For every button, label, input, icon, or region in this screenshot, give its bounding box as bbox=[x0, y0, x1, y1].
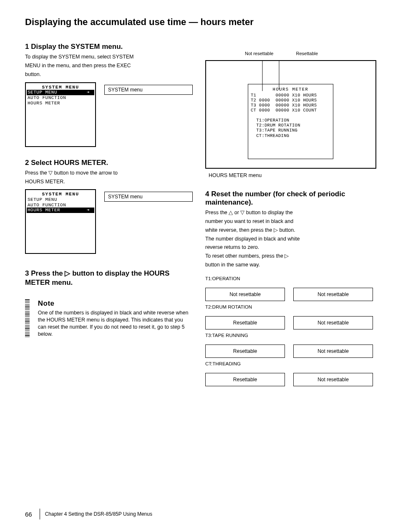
step1-line1: To display the SYSTEM menu, select SYSTE… bbox=[25, 53, 193, 61]
t1-label: T1:OPERATION bbox=[205, 276, 373, 281]
lcd2-row-hours: HOURS METER ➔ bbox=[27, 208, 94, 213]
inner-lcd-body: T1 00000 X10 HOURS T2 0000 00000 X10 HOU… bbox=[251, 93, 330, 138]
footer-divider bbox=[40, 509, 40, 519]
t1-left-box: Not resettable bbox=[205, 288, 285, 301]
left-column: 1 Display the SYSTEM menu. To display th… bbox=[25, 31, 193, 390]
lcd1-row-hours: HOURS METER bbox=[27, 101, 94, 106]
t2-left-box: Resettable bbox=[205, 316, 285, 329]
step4-l4: The number displayed in black and white bbox=[205, 236, 373, 243]
t2-right-box: Not resettable bbox=[293, 316, 373, 329]
hatch-ornament bbox=[25, 299, 30, 337]
callout-system-menu-1: SYSTEM menu bbox=[104, 85, 193, 95]
label-not-resettable: Not resettable bbox=[245, 51, 284, 56]
t3-label: T3:TAPE RUNNING bbox=[205, 333, 373, 338]
step4-l1: Press the △ or ▽ button to display the bbox=[205, 209, 373, 216]
t3-left-box: Resettable bbox=[205, 345, 285, 358]
lcd2-row-setup: SETUP MENU bbox=[27, 197, 94, 203]
note-text: One of the numbers is displayed in black… bbox=[38, 309, 193, 338]
step4-l5: reverse returns to zero. bbox=[205, 244, 373, 251]
lcd1-row-setup: SETUP MENU ➔ bbox=[27, 90, 94, 95]
hours-meter-caption: HOURS METER menu bbox=[209, 172, 373, 179]
note-label: Note bbox=[38, 299, 193, 308]
step3-heading-2: METER menu. bbox=[25, 279, 193, 287]
t3-right-box: Not resettable bbox=[293, 345, 373, 358]
lcd1-title: SYSTEM MENU bbox=[27, 85, 94, 90]
lcd2-title: SYSTEM MENU bbox=[27, 192, 94, 197]
hours-meter-display: HOURS METER T1 00000 X10 HOURS T2 0000 0… bbox=[205, 60, 376, 169]
t1-right-box: Not resettable bbox=[293, 288, 373, 301]
section-title: Displaying the accumulated use time — ho… bbox=[25, 17, 373, 28]
step2-line1: Press the ▽ button to move the arrow to bbox=[25, 170, 193, 177]
step3-heading: 3 Press the ▷ button to display the HOUR… bbox=[25, 269, 193, 278]
step4-l2: number you want to reset in black and bbox=[205, 218, 373, 225]
callout-system-menu-2: SYSTEM menu bbox=[104, 192, 193, 202]
inner-lcd-hours-meter: HOURS METER T1 00000 X10 HOURS T2 0000 0… bbox=[248, 84, 333, 159]
step4-l6: To reset other numbers, press the ▷ bbox=[205, 253, 373, 260]
inner-lcd-title: HOURS METER bbox=[251, 87, 330, 92]
step4-heading: 4 Reset the number (for check of periodi… bbox=[205, 190, 373, 207]
step1-line2: MENU in the menu, and then press the EXE… bbox=[25, 62, 193, 69]
step4-l3: white reverse, then press the ▷ button. bbox=[205, 227, 373, 234]
ct-label: CT:THREADING bbox=[205, 361, 373, 366]
lcd-system-menu-2: SYSTEM MENU SETUP MENU AUTO FUNCTION HOU… bbox=[25, 189, 96, 254]
ct-right-box: Not resettable bbox=[293, 373, 373, 386]
right-column: Not resettable Resettable HOURS METER T1… bbox=[205, 31, 373, 390]
ct-left-box: Resettable bbox=[205, 373, 285, 386]
page-number: 66 bbox=[25, 511, 32, 518]
step1-heading: 1 Display the SYSTEM menu. bbox=[25, 43, 193, 51]
note-block: Note One of the numbers is displayed in … bbox=[25, 299, 193, 339]
step2-heading: 2 Select HOURS METER. bbox=[25, 159, 193, 167]
lcd1-row-auto: AUTO FUNCTION bbox=[27, 95, 94, 101]
page-footer: 66 Chapter 4 Setting the DSR-85/85P Usin… bbox=[25, 509, 373, 519]
t2-label: T2:DRUM ROTATION bbox=[205, 304, 373, 309]
chapter-label: Chapter 4 Setting the DSR-85/85P Using M… bbox=[45, 511, 152, 517]
step4-l7: button in the same way. bbox=[205, 261, 373, 269]
step2-line2: HOURS METER. bbox=[25, 178, 193, 185]
label-resettable: Resettable bbox=[296, 51, 335, 56]
step1-line3: button. bbox=[25, 71, 193, 78]
lcd-system-menu-1: SYSTEM MENU SETUP MENU ➔ AUTO FUNCTION H… bbox=[25, 82, 96, 147]
button-grid: T1:OPERATION Not resettable Not resettab… bbox=[205, 276, 373, 386]
lcd2-row-auto: AUTO FUNCTION bbox=[27, 203, 94, 208]
